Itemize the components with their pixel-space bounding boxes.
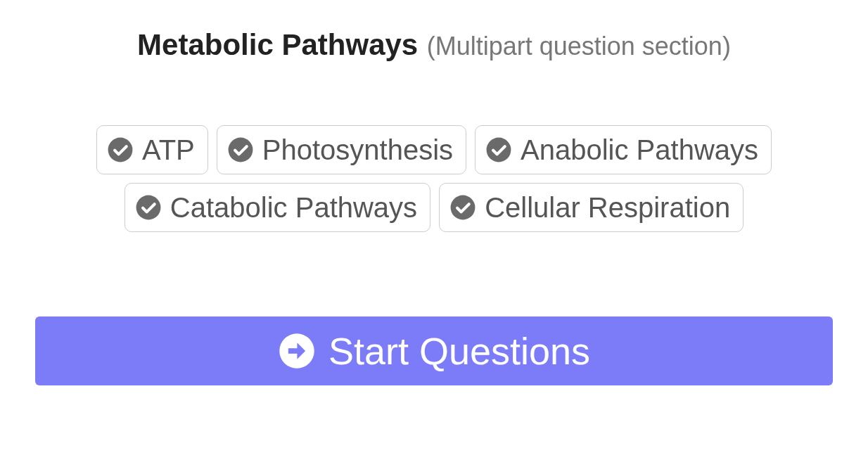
check-circle-icon	[485, 136, 512, 163]
topic-tag-cellular-respiration[interactable]: Cellular Respiration	[439, 183, 743, 232]
start-questions-button[interactable]: Start Questions	[35, 316, 833, 385]
section-title: Metabolic Pathways	[137, 28, 418, 61]
topic-tags-container: ATP Photosynthesis Anabolic Pathways Cat…	[35, 125, 833, 232]
topic-tag-label: ATP	[142, 133, 195, 167]
check-circle-icon	[107, 136, 134, 163]
svg-point-4	[451, 196, 476, 220]
check-circle-icon	[135, 194, 162, 221]
section-header: Metabolic Pathways (Multipart question s…	[35, 28, 833, 62]
section-subtitle: (Multipart question section)	[427, 32, 731, 60]
check-circle-icon	[227, 136, 254, 163]
svg-rect-6	[288, 348, 300, 354]
svg-point-3	[136, 196, 160, 220]
topic-tag-label: Anabolic Pathways	[521, 133, 758, 167]
topic-tag-label: Catabolic Pathways	[170, 191, 417, 224]
topic-tag-anabolic-pathways[interactable]: Anabolic Pathways	[475, 125, 772, 174]
topic-tag-catabolic-pathways[interactable]: Catabolic Pathways	[125, 183, 430, 232]
topic-tag-label: Photosynthesis	[262, 133, 453, 167]
start-questions-label: Start Questions	[328, 332, 590, 370]
topic-tag-atp[interactable]: ATP	[96, 125, 208, 174]
svg-point-2	[487, 138, 511, 162]
topic-tag-photosynthesis[interactable]: Photosynthesis	[217, 125, 466, 174]
svg-point-1	[228, 138, 253, 162]
arrow-right-circle-icon	[278, 332, 316, 370]
svg-point-0	[108, 138, 133, 162]
check-circle-icon	[449, 194, 476, 221]
topic-tag-label: Cellular Respiration	[485, 191, 730, 224]
